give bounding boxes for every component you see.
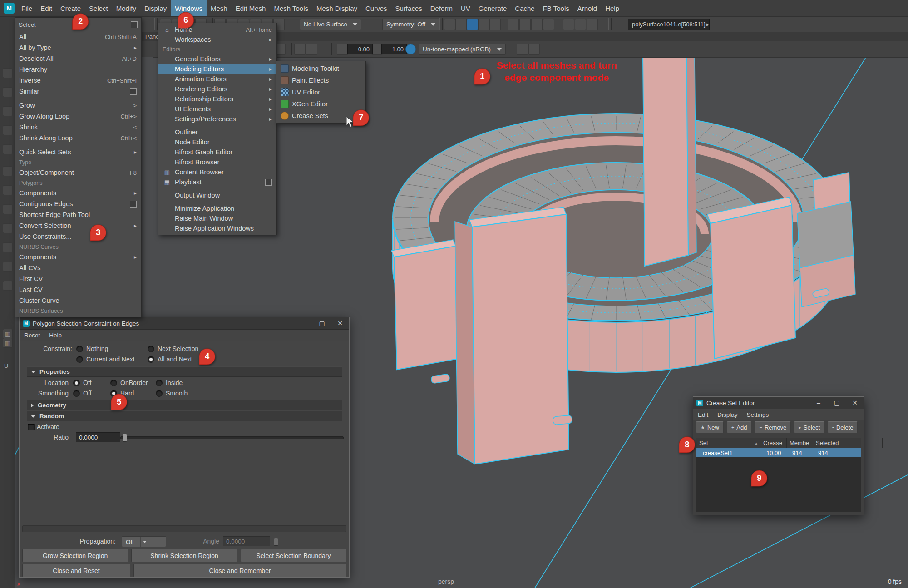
toolbox-tool-icon[interactable] xyxy=(3,223,13,233)
menubar-item-edit-mesh[interactable]: Edit Mesh xyxy=(232,0,270,16)
ratio-slider-handle[interactable] xyxy=(123,434,127,442)
menubar-item-cache[interactable]: Cache xyxy=(511,0,538,16)
toolbox-tool-icon[interactable] xyxy=(3,242,13,252)
column-header-set[interactable]: Set▴ xyxy=(696,438,760,448)
table-row[interactable]: creaseSet110.00914914 xyxy=(696,448,861,457)
option-box-icon[interactable] xyxy=(130,88,137,95)
menubar-item-fb-tools[interactable]: FB Tools xyxy=(539,0,573,16)
crease-titlebar[interactable]: M Crease Set Editor – ▢ ✕ xyxy=(693,397,864,409)
menu-item-node-editor[interactable]: Node Editor xyxy=(158,137,276,147)
menubar-item-mesh-tools[interactable]: Mesh Tools xyxy=(270,0,312,16)
menu-item-grow-along-loop[interactable]: Grow Along LoopCtrl+> xyxy=(15,111,141,122)
menu-item-ui-elements[interactable]: UI Elements▸ xyxy=(158,104,276,114)
toolbox-tool-icon[interactable] xyxy=(3,185,13,195)
toolbar-grip[interactable] xyxy=(154,18,158,30)
viewport-toolbar-icon[interactable] xyxy=(528,44,540,55)
menubar-item-surfaces[interactable]: Surfaces xyxy=(391,0,426,16)
maximize-button[interactable]: ▢ xyxy=(313,317,331,329)
minimize-button[interactable]: – xyxy=(295,317,313,329)
viewport-toolbar-icon[interactable] xyxy=(517,44,528,55)
add-button[interactable]: +Add xyxy=(727,421,752,433)
live-surface-dropdown[interactable]: No Live Surface xyxy=(300,19,361,30)
menu-item-last-cv[interactable]: Last CV xyxy=(15,284,141,295)
menubar-item-curves[interactable]: Curves xyxy=(361,0,391,16)
menu-item-home[interactable]: ⌂HomeAlt+Home xyxy=(158,25,276,35)
radio-nothing-constrain[interactable]: Nothing xyxy=(76,345,108,352)
status-toolbar-icon[interactable] xyxy=(587,19,598,30)
menu-item-outliner[interactable]: Outliner xyxy=(158,127,276,137)
menu-item-bifrost-browser[interactable]: Bifrost Browser xyxy=(158,157,276,167)
menu-item-modeling-toolkit[interactable]: Modeling Toolkit xyxy=(276,63,365,74)
toolbox-tool-icon[interactable] xyxy=(3,281,13,291)
toolbox-tool-icon[interactable] xyxy=(3,87,13,97)
menu-item-cluster-curve[interactable]: Cluster Curve xyxy=(15,295,141,306)
toolbar-grip[interactable] xyxy=(329,43,332,55)
menubar-item-select[interactable]: Select xyxy=(85,0,112,16)
menu-item-all-cvs[interactable]: All CVs xyxy=(15,262,141,273)
menu-item-modeling-editors[interactable]: Modeling Editors▸ xyxy=(158,64,276,74)
selection-name-field[interactable]: polySurface1041.e[508:511] xyxy=(628,19,710,30)
column-header-membe[interactable]: Membe xyxy=(787,438,813,448)
status-toolbar-icon[interactable] xyxy=(531,19,543,30)
menu-item-playblast[interactable]: ▦Playblast xyxy=(158,177,276,187)
menubar-item-deform[interactable]: Deform xyxy=(426,0,457,16)
menu-item-all-by-type[interactable]: All by Type▸ xyxy=(15,42,141,53)
close-button[interactable]: ✕ xyxy=(331,317,349,329)
menubar-item-modify[interactable]: Modify xyxy=(112,0,140,16)
menu-item-quick-select-sets[interactable]: Quick Select Sets▸ xyxy=(15,147,141,158)
menu-item-contiguous-edges[interactable]: Contiguous Edges xyxy=(15,198,141,209)
option-box-icon[interactable] xyxy=(265,179,272,186)
menu-item-output-window[interactable]: Output Window xyxy=(158,190,276,200)
menu-item-convert-selection[interactable]: Convert Selection▸ xyxy=(15,220,141,231)
menu-item-object-component[interactable]: Object/ComponentF8 xyxy=(15,167,141,178)
toolbox-tool-icon[interactable] xyxy=(3,125,13,135)
status-toolbar-icon[interactable] xyxy=(543,19,554,30)
far-clip-field[interactable]: 1.00 xyxy=(381,44,407,54)
toolbox-tool-icon[interactable] xyxy=(3,68,13,78)
minimize-button[interactable]: – xyxy=(809,397,828,409)
toolbox-grid-icon[interactable]: ▦ xyxy=(3,329,13,339)
toolbar-grip[interactable] xyxy=(289,43,292,55)
menu-item-paint-effects[interactable]: Paint Effects xyxy=(276,74,365,86)
status-toolbar-icon[interactable] xyxy=(519,19,531,30)
grow-selection-region-button[interactable]: Grow Selection Region xyxy=(22,549,128,562)
properties-section-header[interactable]: Properties xyxy=(27,366,342,377)
menubar-item-display[interactable]: Display xyxy=(140,0,171,16)
tonemap-dropdown[interactable]: Un-tone-mapped (sRGB) xyxy=(419,44,506,55)
near-clip-field[interactable]: 0.00 xyxy=(347,44,373,54)
menubar-item-edit[interactable]: Edit xyxy=(36,0,56,16)
geometry-section-header[interactable]: Geometry xyxy=(27,400,342,410)
radio-next-selection-constrain[interactable]: Next Selection xyxy=(148,345,198,352)
status-toolbar-icon[interactable] xyxy=(563,19,574,30)
menu-item-components[interactable]: Components▸ xyxy=(15,188,141,198)
menubar-item-file[interactable]: File xyxy=(17,0,36,16)
symmetry-dropdown[interactable]: Symmetry: Off xyxy=(382,19,439,30)
close-and-reset-button[interactable]: Close and Reset xyxy=(22,564,130,577)
menu-item-animation-editors[interactable]: Animation Editors▸ xyxy=(158,74,276,84)
close-and-remember-button[interactable]: Close and Remember xyxy=(133,564,346,577)
menu-item-minimize-application[interactable]: Minimize Application xyxy=(158,203,276,213)
menu-item-shrink-along-loop[interactable]: Shrink Along LoopCtrl+< xyxy=(15,133,141,143)
window-menu-edit[interactable]: Edit xyxy=(693,411,713,418)
toolbar-grip[interactable] xyxy=(439,18,443,30)
select-button[interactable]: ▸Select xyxy=(794,421,824,433)
activate-checkbox[interactable] xyxy=(28,424,35,430)
menubar-item-mesh[interactable]: Mesh xyxy=(207,0,232,16)
ratio-slider[interactable] xyxy=(120,436,344,439)
delete-button[interactable]: ▪Delete xyxy=(828,421,858,433)
ratio-field[interactable]: 0.0000 xyxy=(76,432,120,442)
toolbox-tool-icon[interactable] xyxy=(3,166,13,176)
menubar-item-arnold[interactable]: Arnold xyxy=(573,0,601,16)
status-toolbar-icon[interactable] xyxy=(444,19,455,30)
radio-all-and-next-constrain[interactable]: All and Next xyxy=(148,356,192,363)
radio-smooth-smoothing[interactable]: Smooth xyxy=(156,390,188,397)
active-toggle-icon[interactable] xyxy=(467,19,478,30)
menu-item-workspaces[interactable]: Workspaces▸ xyxy=(158,35,276,44)
menubar-item-generate[interactable]: Generate xyxy=(474,0,511,16)
status-toolbar-icon[interactable] xyxy=(575,19,586,30)
toolbox-grid-icon[interactable]: ▦ xyxy=(3,338,13,348)
menu-item-relationship-editors[interactable]: Relationship Editors▸ xyxy=(158,94,276,104)
shrink-selection-region-button[interactable]: Shrink Selection Region xyxy=(131,549,237,562)
toolbox-tool-icon[interactable] xyxy=(3,262,13,272)
menu-item-raise-application-windows[interactable]: Raise Application Windows xyxy=(158,223,276,233)
